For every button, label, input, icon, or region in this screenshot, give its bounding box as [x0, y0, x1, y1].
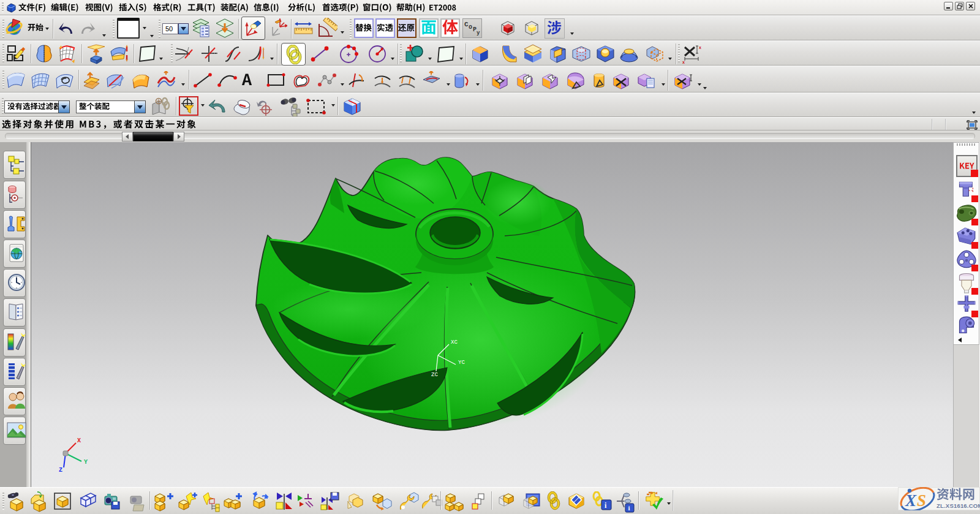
svg-text:i: i: [628, 504, 630, 512]
svg-text:YC: YC: [458, 360, 465, 366]
svg-text:o: o: [469, 24, 472, 31]
svg-text:x: x: [682, 60, 685, 64]
svg-text:X: X: [77, 437, 81, 444]
svg-text:X: X: [905, 491, 917, 510]
svg-text:S: S: [917, 491, 926, 510]
svg-text:x: x: [699, 45, 701, 50]
svg-text:Z: Z: [59, 467, 62, 474]
svg-text:Y: Y: [84, 459, 88, 466]
svg-text:ZC: ZC: [431, 372, 438, 378]
svg-text:C: C: [464, 21, 469, 28]
svg-text:y: y: [477, 30, 480, 36]
svg-text:XC: XC: [451, 339, 458, 346]
